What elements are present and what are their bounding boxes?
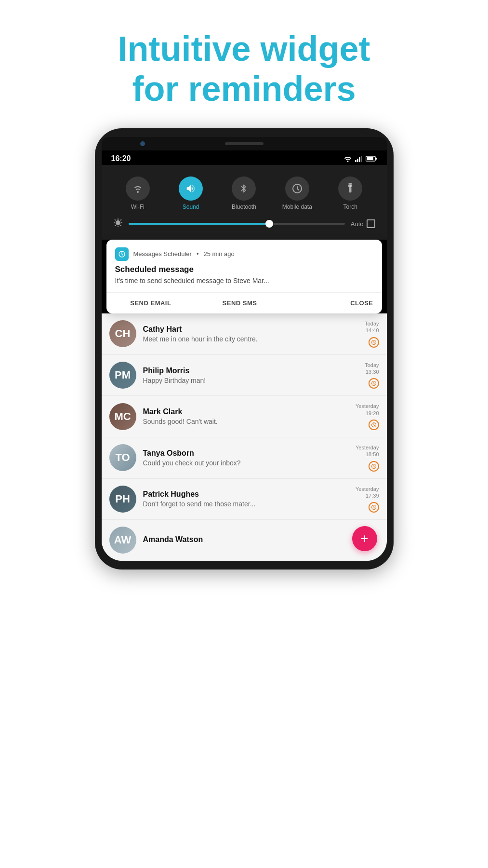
svg-rect-12 bbox=[349, 187, 352, 192]
message-list-item[interactable]: MCMark ClarkSounds good! Can't wait.Yest… bbox=[102, 396, 387, 437]
avatar: TO bbox=[109, 444, 136, 471]
notification-dot: • bbox=[197, 250, 199, 258]
brightness-row: Auto bbox=[111, 218, 377, 230]
fab-button[interactable]: + bbox=[352, 526, 377, 551]
phone-frame: 16:20 bbox=[95, 128, 394, 570]
message-preview: Could you check out your inbox? bbox=[143, 459, 339, 467]
svg-line-9 bbox=[297, 189, 299, 190]
message-meta: Yesterday19:20 bbox=[345, 403, 379, 430]
auto-label: Auto bbox=[351, 220, 364, 228]
phone-camera bbox=[140, 141, 145, 146]
quick-icons-row: Wi-Fi Sound Bluetooth Mobile data Torch bbox=[111, 173, 377, 218]
clock-icon bbox=[369, 461, 379, 472]
avatar: PH bbox=[109, 486, 136, 513]
status-bar: 16:20 bbox=[102, 150, 387, 165]
message-meta: Today14:40 bbox=[345, 320, 379, 348]
clock-icon bbox=[369, 337, 379, 348]
message-time: Yesterday17:39 bbox=[356, 486, 379, 500]
phone-speaker bbox=[225, 142, 264, 145]
message-preview: Happy Birthday man! bbox=[143, 377, 339, 384]
clock-icon bbox=[369, 378, 379, 389]
message-name: Tanya Osborn bbox=[143, 449, 339, 458]
svg-rect-1 bbox=[357, 159, 358, 162]
message-content: Mark ClarkSounds good! Can't wait. bbox=[143, 407, 339, 425]
notification-actions: SEND EMAIL SEND SMS CLOSE bbox=[106, 292, 382, 313]
notification-header: Messages Scheduler • 25 min ago bbox=[115, 247, 373, 261]
message-name: Philip Morris bbox=[143, 366, 339, 375]
notification-body: It's time to send scheduled message to S… bbox=[115, 276, 373, 286]
message-name: Cathy Hart bbox=[143, 325, 339, 334]
quick-icon-bluetooth[interactable]: Bluetooth bbox=[224, 176, 263, 210]
message-name: Patrick Hughes bbox=[143, 490, 339, 499]
message-list-item[interactable]: PHPatrick HughesDon't forget to send me … bbox=[102, 479, 387, 520]
bluetooth-label: Bluetooth bbox=[232, 203, 256, 210]
message-meta: Yesterday18:50 bbox=[345, 444, 379, 472]
sound-label: Sound bbox=[183, 203, 199, 210]
message-name: Amanda Watson bbox=[143, 535, 339, 544]
brightness-slider[interactable] bbox=[129, 223, 345, 225]
message-content: Patrick HughesDon't forget to send me th… bbox=[143, 490, 339, 508]
svg-point-13 bbox=[350, 185, 351, 187]
avatar: MC bbox=[109, 403, 136, 430]
message-list-item[interactable]: AWAmanda Watson bbox=[102, 520, 387, 561]
message-time: Yesterday18:50 bbox=[356, 444, 379, 458]
avatar: PM bbox=[109, 362, 136, 389]
quick-icon-torch[interactable]: Torch bbox=[331, 176, 369, 210]
clock-icon bbox=[369, 420, 379, 430]
message-content: Amanda Watson bbox=[143, 535, 339, 545]
phone-screen: 16:20 bbox=[102, 150, 387, 561]
message-list-item[interactable]: CHCathy HartMeet me in one hour in the c… bbox=[102, 313, 387, 355]
send-email-button[interactable]: SEND EMAIL bbox=[106, 293, 196, 313]
torch-icon-circle bbox=[338, 176, 362, 201]
message-meta: Today13:30 bbox=[345, 362, 379, 389]
brightness-icon bbox=[113, 218, 123, 230]
bluetooth-icon-circle bbox=[232, 176, 256, 201]
message-preview: Meet me in one hour in the city centre. bbox=[143, 335, 339, 343]
message-time: Today14:40 bbox=[365, 320, 379, 334]
svg-rect-10 bbox=[349, 183, 352, 184]
torch-label: Torch bbox=[343, 203, 357, 210]
status-icons bbox=[343, 155, 377, 162]
status-time: 16:20 bbox=[111, 154, 131, 163]
sound-icon-circle bbox=[179, 176, 203, 201]
send-sms-button[interactable]: SEND SMS bbox=[195, 293, 284, 313]
quick-settings-panel: Wi-Fi Sound Bluetooth Mobile data Torch bbox=[102, 165, 387, 240]
brightness-thumb bbox=[265, 220, 273, 228]
message-preview: Sounds good! Can't wait. bbox=[143, 418, 339, 425]
hero-title: Intuitive widget for reminders bbox=[79, 0, 409, 128]
quick-icon-mobile-data[interactable]: Mobile data bbox=[278, 176, 317, 210]
message-preview: Don't forget to send me those mater... bbox=[143, 500, 339, 508]
mobile-data-icon-circle bbox=[285, 176, 309, 201]
message-time: Today13:30 bbox=[365, 362, 379, 376]
notification-app-name: Messages Scheduler bbox=[133, 250, 192, 258]
clock-icon bbox=[369, 502, 379, 513]
brightness-fill bbox=[129, 223, 269, 225]
quick-icon-wifi[interactable]: Wi-Fi bbox=[119, 176, 157, 210]
message-list-item[interactable]: PMPhilip MorrisHappy Birthday man!Today1… bbox=[102, 355, 387, 396]
avatar: AW bbox=[109, 527, 136, 554]
signal-bars-icon bbox=[355, 155, 363, 162]
svg-rect-2 bbox=[359, 157, 360, 162]
auto-checkbox[interactable] bbox=[367, 219, 375, 228]
message-content: Philip MorrisHappy Birthday man! bbox=[143, 366, 339, 384]
message-name: Mark Clark bbox=[143, 407, 339, 416]
svg-point-14 bbox=[116, 221, 119, 224]
phone-top bbox=[102, 137, 387, 150]
battery-icon bbox=[366, 155, 377, 162]
notification-title: Scheduled message bbox=[115, 265, 373, 274]
message-meta: Yesterday17:39 bbox=[345, 486, 379, 513]
mobile-data-label: Mobile data bbox=[282, 203, 312, 210]
message-list-item[interactable]: TOTanya OsbornCould you check out your i… bbox=[102, 437, 387, 479]
svg-rect-5 bbox=[375, 158, 377, 160]
hero-line2: for reminders bbox=[132, 69, 356, 108]
close-button[interactable]: CLOSE bbox=[284, 293, 382, 313]
notification-app-icon bbox=[115, 247, 129, 261]
message-time: Yesterday19:20 bbox=[356, 403, 379, 417]
message-content: Cathy HartMeet me in one hour in the cit… bbox=[143, 325, 339, 343]
notification-card: Messages Scheduler • 25 min ago Schedule… bbox=[106, 240, 382, 314]
wifi-icon-circle bbox=[126, 176, 150, 201]
avatar: CH bbox=[109, 320, 136, 347]
wifi-label: Wi-Fi bbox=[131, 203, 145, 210]
notification-time: 25 min ago bbox=[203, 250, 234, 258]
quick-icon-sound[interactable]: Sound bbox=[171, 176, 210, 210]
